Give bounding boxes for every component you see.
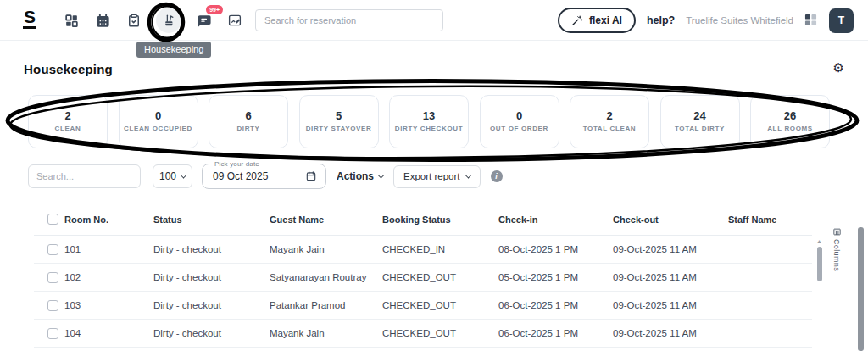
table-body: 101 Dirty - checkout Mayank Jain CHECKED… [34,236,812,348]
table-row: 103 Dirty - checkout Patankar Pramod CHE… [34,292,812,320]
status-card-label: CLEAN OCCUPIED [124,124,192,134]
calendar-small-icon[interactable] [305,170,317,182]
status-card-value: 6 [245,109,251,122]
settings-gear-icon[interactable]: ⚙ [833,61,844,74]
housekeeping-icon[interactable] [156,8,181,33]
message-count-badge: 99+ [206,5,223,14]
cell-check-in: 05-Oct-2025 1 PM [498,272,613,282]
apps-grid-icon[interactable] [804,14,818,27]
cell-room-no: 104 [64,328,153,338]
table-search-input[interactable] [28,164,141,188]
status-card[interactable]: 5 DIRTY STAYOVER [299,95,379,148]
date-picker-value: 09 Oct 2025 [213,170,268,182]
status-card-label: TOTAL DIRTY [675,124,725,134]
column-header[interactable]: Guest Name [270,214,382,225]
cell-booking-status: CHECKED_OUT [382,300,498,310]
column-header[interactable]: Room No. [64,214,153,225]
table-scrollbar-thumb[interactable] [817,247,822,281]
date-picker-label: Pick your date [211,160,263,168]
status-card-label: TOTAL CLEAN [583,124,637,134]
cell-guest-name: Patankar Pramod [270,300,382,310]
cell-check-in: 06-Oct-2025 1 PM [498,300,613,310]
messages-icon[interactable]: 99+ [194,11,213,30]
status-card[interactable]: 24 TOTAL DIRTY [660,95,740,148]
cell-check-in: 08-Oct-2025 1 PM [498,244,613,254]
property-name: Truelife Suites Whitefield [686,15,793,25]
cell-status: Dirty - checkout [153,300,270,310]
cell-check-out: 09-Oct-2025 11 AM [613,328,728,338]
table-row: 104 Dirty - checkout Mayank Jain CHECKED… [34,320,812,348]
chevron-down-icon [378,172,384,178]
navbar-icon-menu: 99+ [62,0,244,41]
scroll-up-icon[interactable]: ▲ [816,238,822,244]
chevron-down-icon [465,172,470,178]
cell-status: Dirty - checkout [153,244,270,254]
status-card-label: DIRTY STAYOVER [306,124,372,134]
columns-table-icon [833,228,841,236]
chevron-down-icon [181,172,186,178]
table-row: 102 Dirty - checkout Satyanarayan Routra… [34,264,812,292]
status-card-value: 13 [423,109,435,122]
columns-tab-label: Columns [832,239,841,271]
cell-room-no: 102 [64,272,153,282]
flexi-ai-label: flexi AI [589,14,622,26]
clipboard-check-icon[interactable] [125,11,143,30]
column-header[interactable]: Check-out [613,214,728,225]
status-card-label: CLEAN [55,124,81,134]
magic-wand-icon [571,14,583,26]
flexi-ai-button[interactable]: flexi AI [558,8,636,33]
column-header[interactable]: Status [153,214,270,225]
housekeeping-table: Room No. Status Guest Name Booking Statu… [34,203,812,348]
cell-guest-name: Mayank Jain [270,244,382,254]
column-header[interactable]: Booking Status [382,214,498,225]
cell-room-no: 103 [64,300,153,310]
image-edit-icon[interactable] [225,11,244,30]
row-checkbox[interactable] [47,300,58,311]
table-header-row: Room No. Status Guest Name Booking Statu… [34,203,812,236]
status-card[interactable]: 6 DIRTY [209,95,288,148]
row-checkbox[interactable] [47,244,58,255]
column-header[interactable]: Check-in [498,214,613,225]
status-card[interactable]: 13 DIRTY CHECKOUT [389,95,469,148]
status-card-value: 26 [784,109,796,122]
status-card[interactable]: 2 CLEAN [28,95,108,148]
status-card-label: DIRTY CHECKOUT [395,124,463,134]
status-cards: 2 CLEAN 0 CLEAN OCCUPIED 6 DIRTY 5 DIRTY… [28,95,830,148]
cell-booking-status: CHECKED_IN [382,244,498,254]
status-card-value: 5 [336,109,342,122]
cell-booking-status: CHECKED_OUT [382,272,498,282]
info-icon[interactable]: i [491,170,503,182]
column-header[interactable]: Staff Name [728,214,812,225]
status-card[interactable]: 0 CLEAN OCCUPIED [119,95,198,148]
cell-booking-status: CHECKED_OUT [382,328,498,338]
status-card-value: 0 [516,109,522,122]
status-card[interactable]: 26 ALL ROOMS [750,95,830,148]
help-link[interactable]: help? [647,14,675,26]
cell-check-out: 09-Oct-2025 11 AM [613,272,728,282]
status-card-value: 24 [693,109,705,122]
user-avatar[interactable]: T [829,8,854,33]
calendar-icon[interactable] [93,11,112,30]
navbar-right-group: flexi AI help? Truelife Suites Whitefiel… [558,0,854,41]
row-checkbox[interactable] [47,272,58,283]
dashboard-icon[interactable] [62,11,81,30]
page-size-select[interactable]: 100 [153,164,192,188]
row-checkbox[interactable] [47,328,58,339]
reservation-search-input[interactable] [255,9,443,31]
page-scrollbar-thumb[interactable] [858,227,864,351]
columns-panel-tab[interactable]: Columns [829,228,844,271]
status-card-value: 2 [606,109,612,122]
date-picker-field[interactable]: Pick your date 09 Oct 2025 [202,164,326,189]
cell-check-out: 09-Oct-2025 11 AM [613,300,728,310]
select-all-checkbox[interactable] [47,214,58,225]
cell-check-in: 06-Oct-2025 1 PM [498,328,613,338]
status-card-value: 0 [155,109,161,122]
export-report-dropdown[interactable]: Export report [393,165,480,188]
app-logo[interactable]: S [23,8,36,29]
status-card-label: ALL ROOMS [767,124,813,134]
actions-dropdown[interactable]: Actions [337,170,383,182]
status-card[interactable]: 0 OUT OF ORDER [480,95,559,148]
status-card-value: 2 [64,109,70,122]
top-navbar: S [0,0,868,41]
status-card[interactable]: 2 TOTAL CLEAN [570,95,649,148]
